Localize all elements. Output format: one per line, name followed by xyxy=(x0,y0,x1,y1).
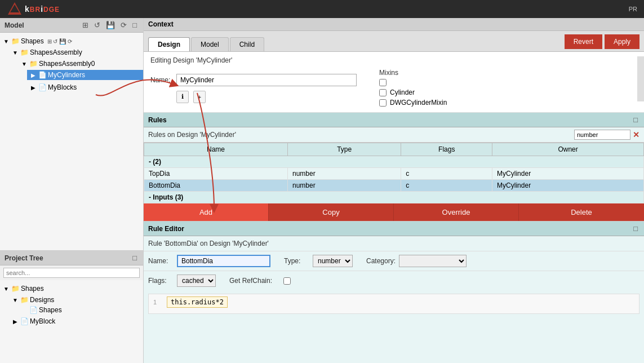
mixins-panel: Mixins Cylinder DWGCylinderMixin xyxy=(379,69,447,108)
assembly0-children: ▶ 📄 MyCylinders ▶ 📄 xyxy=(27,69,143,94)
re-name-input[interactable] xyxy=(177,255,270,267)
col-flags: Flags xyxy=(401,143,492,156)
action-buttons: Add Copy Override Delete xyxy=(144,203,644,221)
re-flags-label: Flags: xyxy=(148,277,174,285)
shapes-assembly-label: ShapesAssembly xyxy=(30,48,82,56)
editing-row: Name: ℹ + Mixins Cylinder xyxy=(150,69,637,108)
tab-child[interactable]: Child xyxy=(230,37,264,51)
re-category-select[interactable] xyxy=(399,255,467,267)
project-shapes-icon: 📁 xyxy=(11,285,20,293)
add-button[interactable]: Add xyxy=(144,203,269,221)
toggle-shapes-assembly[interactable]: ▼ xyxy=(11,50,19,56)
tree-project-shapes-sub-row[interactable]: 📄 Shapes xyxy=(18,305,143,315)
bottomdia-name: BottomDia xyxy=(144,180,288,192)
toggle-assembly0[interactable]: ▼ xyxy=(20,61,28,67)
add-icon-btn[interactable]: + xyxy=(193,91,206,103)
re-flags-select[interactable]: cached xyxy=(177,275,216,287)
tab-design[interactable]: Design xyxy=(148,37,190,51)
group-label: - (2) xyxy=(144,156,644,168)
tree-project-shapes-row[interactable]: ▼ 📁 Shapes xyxy=(0,284,143,294)
rule-editor-title: Rule Editor xyxy=(148,225,184,233)
revert-apply-row: Revert Apply xyxy=(565,34,639,51)
code-content[interactable]: this.radius*2 xyxy=(167,296,228,308)
mixin-item-cylinder: Cylinder xyxy=(379,87,447,98)
project-panel-header: Project Tree □ xyxy=(0,251,143,265)
my-cylinders-label: MyCylinders xyxy=(48,71,85,79)
mixin-checkbox-dwg[interactable] xyxy=(379,99,387,107)
project-search-row xyxy=(0,265,143,280)
blocks-icon: 📄 xyxy=(38,83,47,91)
left-panel: Model ⊞ ↺ 💾 ⟳ □ ▼ 📁 Shapes ⊞ ↺ 💾 ⟳ xyxy=(0,18,144,363)
table-row-bottomdia[interactable]: BottomDia number c MyCylinder xyxy=(144,180,644,192)
code-line-1: 1 this.radius*2 xyxy=(153,296,634,308)
editing-title: Editing Design 'MyCylinder' xyxy=(150,56,637,64)
bottomdia-type: number xyxy=(287,180,401,192)
getref-field-row: Get RefChain: xyxy=(229,277,291,285)
name-input[interactable] xyxy=(176,74,357,86)
table-row-topdia[interactable]: TopDia number c MyCylinder xyxy=(144,168,644,180)
reload-icon[interactable]: ⟳ xyxy=(119,20,128,30)
revert-button[interactable]: Revert xyxy=(565,34,602,49)
copy-button[interactable]: Copy xyxy=(269,203,394,221)
rules-search-input[interactable] xyxy=(574,130,630,140)
re-type-label: Type: xyxy=(284,257,309,265)
tree-project-myblock-row[interactable]: ▶ 📄 MyBlock xyxy=(9,316,143,326)
re-name-label: Name: xyxy=(148,257,174,265)
rules-maximize-icon[interactable]: □ xyxy=(632,115,639,125)
model-tree: ▼ 📁 Shapes ⊞ ↺ 💾 ⟳ ▼ 📁 ShapesAssembly xyxy=(0,33,143,250)
tree-row-shapes[interactable]: ▼ 📁 Shapes ⊞ ↺ 💾 ⟳ xyxy=(0,36,143,46)
tree-item-shapes: ▼ 📁 Shapes ⊞ ↺ 💾 ⟳ ▼ 📁 ShapesAssembly xyxy=(0,35,143,97)
rules-search-clear[interactable]: ✕ xyxy=(633,130,639,139)
apply-button[interactable]: Apply xyxy=(605,34,639,49)
delete-button[interactable]: Delete xyxy=(519,203,644,221)
my-blocks-label: MyBlocks xyxy=(48,83,77,91)
mixin-label-dwg: DWGCylinderMixin xyxy=(390,99,447,107)
toggle-myblock[interactable]: ▶ xyxy=(11,318,19,325)
name-label: Name: xyxy=(150,76,173,84)
toggle-my-cylinders[interactable]: ▶ xyxy=(29,72,37,78)
toggle-shapes[interactable]: ▼ xyxy=(2,38,10,45)
re-getref-checkbox[interactable] xyxy=(283,277,291,285)
save-icon[interactable]: 💾 xyxy=(104,20,117,30)
tree-row-shapes-assembly[interactable]: ▼ 📁 ShapesAssembly xyxy=(9,47,143,57)
rules-inputs-row: - Inputs (3) xyxy=(144,192,644,203)
info-icon-btn[interactable]: ℹ xyxy=(176,91,189,103)
rule-editor-rule-label: Rule 'BottomDia' on Design 'MyCylinder' xyxy=(144,236,644,251)
refresh-icon[interactable]: ↺ xyxy=(92,20,102,30)
mixin-checkbox-all[interactable] xyxy=(379,79,387,86)
toggle-project-shapes[interactable]: ▼ xyxy=(2,286,10,292)
rules-header: Rules □ xyxy=(144,113,644,127)
override-button[interactable]: Override xyxy=(394,203,519,221)
shapes-sub-label: Shapes xyxy=(39,306,62,314)
tree-project-designs-row[interactable]: ▼ 📁 Designs xyxy=(9,295,143,305)
inputs-label: - Inputs (3) xyxy=(144,192,644,203)
tabs-row: Design Model Child Revert Apply xyxy=(144,31,644,52)
logo-icon xyxy=(7,1,23,17)
toggle-my-blocks[interactable]: ▶ xyxy=(29,85,37,91)
rules-design-label: Rules on Design 'MyCylinder' xyxy=(148,131,236,139)
mixin-checkbox-cylinder[interactable] xyxy=(379,89,387,96)
rules-table: Name Type Flags Owner - (2) TopDia numbe… xyxy=(144,143,644,203)
topdia-flags: c xyxy=(401,168,492,180)
tree-item-my-blocks: ▶ 📄 MyBlocks xyxy=(27,81,143,94)
tree-item-my-cylinders: ▶ 📄 MyCylinders xyxy=(27,69,143,81)
assembly0-icon: 📁 xyxy=(29,60,38,68)
project-title: Project Tree xyxy=(5,254,43,262)
tab-model[interactable]: Model xyxy=(191,37,229,51)
type-field-row: Type: number xyxy=(284,255,353,267)
col-type: Type xyxy=(287,143,401,156)
mixins-label: Mixins xyxy=(379,69,447,77)
tree-row-my-blocks[interactable]: ▶ 📄 MyBlocks xyxy=(27,82,143,92)
project-designs-label: Designs xyxy=(30,296,54,304)
maximize-project-icon[interactable]: □ xyxy=(131,253,139,263)
toggle-project-designs[interactable]: ▼ xyxy=(11,297,19,303)
expand-icon[interactable]: ⊞ xyxy=(81,20,90,30)
tree-row-my-cylinders[interactable]: ▶ 📄 MyCylinders xyxy=(27,70,143,80)
tree-row-assembly0[interactable]: ▼ 📁 ShapesAssembly0 xyxy=(18,59,143,69)
project-search-input[interactable] xyxy=(3,268,140,278)
re-type-select[interactable]: number xyxy=(313,255,353,267)
rule-editor-maximize-icon[interactable]: □ xyxy=(632,224,639,233)
rule-editor-section: Rule Editor □ Rule 'BottomDia' on Design… xyxy=(144,222,644,363)
maximize-icon[interactable]: □ xyxy=(131,20,139,30)
topdia-owner: MyCylinder xyxy=(492,168,644,180)
